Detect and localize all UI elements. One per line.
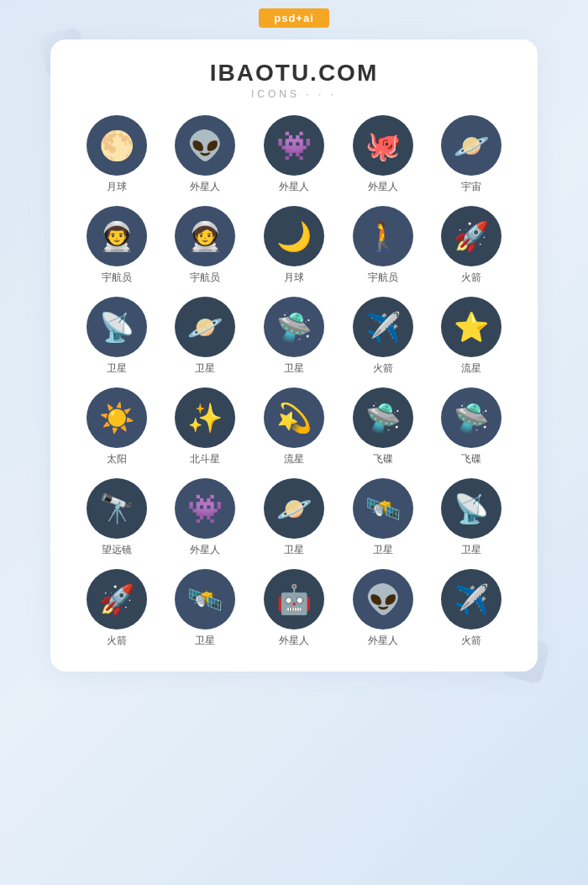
icon-label: 火箭	[461, 634, 481, 648]
list-item: 🪐卫星	[253, 478, 335, 557]
icon-label: 望远镜	[102, 543, 132, 557]
icon-circle: ☀️	[87, 387, 147, 448]
card-subtitle: ICONS · · ·	[76, 88, 512, 100]
icon-label: 宇航员	[190, 271, 220, 285]
icon-label: 飞碟	[461, 452, 481, 466]
list-item: 🐙外星人	[342, 115, 424, 194]
main-card: IBAOTU.COM ICONS · · · 🌕月球👽外星人👾外星人🐙外星人🪐宇…	[50, 40, 538, 672]
icons-grid: 🌕月球👽外星人👾外星人🐙外星人🪐宇宙👨‍🚀宇航员🧑‍🚀宇航员🌙月球🚶宇航员🚀火箭…	[76, 115, 512, 648]
icon-circle: 👾	[264, 115, 324, 176]
icon-circle: 🪐	[441, 115, 501, 176]
card-title: IBAOTU.COM	[76, 60, 512, 87]
list-item: ✨北斗星	[165, 387, 247, 466]
icon-circle: 👽	[353, 569, 413, 630]
icon-circle: 🛰️	[353, 478, 413, 539]
icon-circle: 🪐	[264, 478, 324, 539]
list-item: 🔭望远镜	[76, 478, 158, 557]
list-item: 📡卫星	[76, 297, 158, 376]
icon-label: 卫星	[284, 361, 304, 376]
icon-label: 卫星	[461, 543, 481, 557]
list-item: 🛸卫星	[253, 297, 335, 376]
icon-circle: 🌕	[87, 115, 147, 176]
icon-label: 宇航员	[368, 271, 398, 285]
list-item: 🛸飞碟	[430, 387, 512, 466]
list-item: 👾外星人	[253, 115, 335, 194]
icon-label: 外星人	[368, 634, 398, 648]
list-item: ✈️火箭	[430, 569, 512, 648]
icon-circle: 🚶	[353, 206, 413, 266]
icon-circle: 🐙	[353, 115, 413, 176]
icon-label: 宇航员	[102, 271, 132, 285]
list-item: 💫流星	[253, 387, 335, 466]
list-item: 🛰️卫星	[342, 478, 424, 557]
icon-label: 月球	[284, 271, 304, 285]
icon-circle: 🚀	[441, 206, 501, 266]
icon-circle: 👽	[175, 115, 235, 176]
icon-label: 卫星	[373, 543, 393, 557]
icon-label: 飞碟	[373, 452, 393, 466]
icon-circle: 🤖	[264, 569, 324, 630]
icon-label: 卫星	[284, 543, 304, 557]
icon-label: 外星人	[368, 180, 398, 194]
list-item: 🚶宇航员	[342, 206, 424, 285]
icon-circle: 🔭	[87, 478, 147, 539]
list-item: 📡卫星	[430, 478, 512, 557]
icon-label: 火箭	[373, 361, 393, 376]
icon-label: 太阳	[107, 452, 127, 466]
list-item: 👾外星人	[165, 478, 247, 557]
icon-label: 火箭	[107, 634, 127, 648]
icon-label: 外星人	[279, 180, 309, 194]
icon-label: 卫星	[195, 634, 215, 648]
list-item: 🚀火箭	[76, 569, 158, 648]
icon-circle: ✈️	[353, 297, 413, 357]
list-item: 🛸飞碟	[342, 387, 424, 466]
icon-circle: 🌙	[264, 206, 324, 266]
list-item: ✈️火箭	[342, 297, 424, 376]
icon-circle: ⭐	[441, 297, 501, 357]
list-item: 🪐宇宙	[430, 115, 512, 194]
list-item: 🛰️卫星	[165, 569, 247, 648]
list-item: 👽外星人	[342, 569, 424, 648]
top-badge: psd+ai	[259, 8, 329, 28]
icon-circle: 👾	[175, 478, 235, 539]
icon-circle: 💫	[264, 387, 324, 448]
icon-label: 火箭	[461, 271, 481, 285]
icon-circle: 🛸	[441, 387, 501, 448]
list-item: 🌙月球	[253, 206, 335, 285]
list-item: 🤖外星人	[253, 569, 335, 648]
icon-label: 卫星	[107, 361, 127, 376]
icon-label: 外星人	[190, 543, 220, 557]
icon-circle: 🛸	[353, 387, 413, 448]
icon-circle: 👨‍🚀	[87, 206, 147, 266]
icon-label: 流星	[284, 452, 304, 466]
icon-circle: 🛸	[264, 297, 324, 357]
icon-label: 宇宙	[461, 180, 481, 194]
icon-label: 外星人	[279, 634, 309, 648]
list-item: 🌕月球	[76, 115, 158, 194]
icon-label: 北斗星	[190, 452, 220, 466]
icon-circle: 🪐	[175, 297, 235, 357]
icon-circle: ✨	[175, 387, 235, 448]
icon-circle: 🧑‍🚀	[175, 206, 235, 266]
list-item: 🪐卫星	[165, 297, 247, 376]
list-item: 🚀火箭	[430, 206, 512, 285]
icon-circle: 🚀	[87, 569, 147, 630]
icon-label: 卫星	[195, 361, 215, 376]
list-item: ☀️太阳	[76, 387, 158, 466]
list-item: ⭐流星	[430, 297, 512, 376]
icon-label: 外星人	[190, 180, 220, 194]
list-item: 🧑‍🚀宇航员	[165, 206, 247, 285]
icon-label: 流星	[461, 361, 481, 376]
icon-circle: 📡	[441, 478, 501, 539]
icon-circle: 🛰️	[175, 569, 235, 630]
icon-label: 月球	[107, 180, 127, 194]
icon-circle: 📡	[87, 297, 147, 357]
icon-circle: ✈️	[441, 569, 501, 630]
list-item: 👽外星人	[165, 115, 247, 194]
list-item: 👨‍🚀宇航员	[76, 206, 158, 285]
